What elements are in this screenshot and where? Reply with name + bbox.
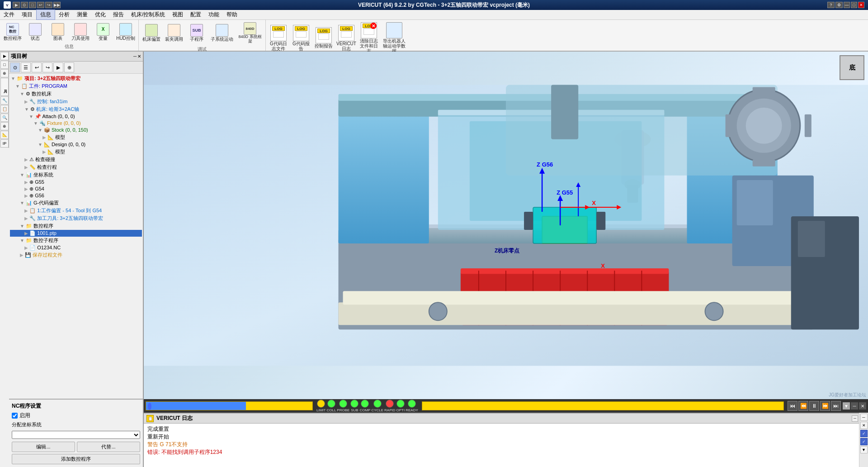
- tree-node-nc-sub[interactable]: ▼ 📁 数控子程序: [10, 237, 142, 244]
- quick-access-6[interactable]: ▶▶: [53, 2, 61, 8]
- probe-light[interactable]: PROBE: [337, 400, 349, 412]
- left-tool-7[interactable]: 🔍: [0, 114, 9, 122]
- tree-node-machine[interactable]: ▼ ⚙ 机床: 哈斯3+2AC轴: [10, 105, 142, 113]
- ctrl-report-btn[interactable]: LOG 控制报告: [313, 26, 335, 50]
- tree-node-control[interactable]: ▶ 🔧 控制: fan31im: [10, 98, 142, 105]
- clear-log-btn[interactable]: LOG ✕ 清除日志文件和日志: [358, 21, 380, 55]
- menu-view[interactable]: 视图: [169, 10, 187, 19]
- maximize-btn[interactable]: □: [851, 2, 857, 8]
- tree-node-tool-add[interactable]: ▶ 🔧 加工刀具: 3+2五轴四联动带宏: [10, 214, 142, 222]
- tree-tb-list[interactable]: ☰: [21, 62, 31, 72]
- tree-collapse-btn[interactable]: ─: [133, 54, 137, 59]
- log-right-2[interactable]: ✕: [860, 422, 868, 429]
- menu-file[interactable]: 文件: [0, 10, 18, 19]
- settings-btn[interactable]: ⚙: [835, 2, 843, 8]
- edit-btn[interactable]: 编辑...: [12, 442, 75, 452]
- tool-use-btn[interactable]: 刀具使用: [70, 21, 91, 43]
- enable-checkbox[interactable]: [12, 413, 18, 419]
- subprog-btn[interactable]: SUB 子程序: [186, 22, 208, 44]
- left-tool-8[interactable]: ⊕: [0, 122, 9, 130]
- tree-node-check-coll[interactable]: ▶ ⚠ 检查碰撞: [10, 156, 142, 163]
- left-tool-6[interactable]: 📋: [0, 105, 9, 113]
- menu-info[interactable]: 信息: [36, 10, 55, 20]
- quick-access-3[interactable]: □: [29, 2, 36, 8]
- vericut-log-btn[interactable]: LOG VERICUT日志: [335, 24, 357, 52]
- add-nc-program-btn[interactable]: 添加数控程序: [12, 454, 140, 464]
- left-tool-10[interactable]: IP: [0, 139, 9, 148]
- left-tool-3[interactable]: ⊕: [0, 69, 9, 77]
- export-robot-btn[interactable]: 导出机器人轴运动学数据: [381, 21, 408, 55]
- tree-node-stock[interactable]: ▼ 📦 Stock (0, 0, 150): [10, 127, 142, 133]
- menu-analysis[interactable]: 分析: [55, 10, 73, 19]
- log-right-1[interactable]: ─: [860, 414, 868, 421]
- tree-node-nc-o1234[interactable]: ▶ 📄 O1234.NC: [10, 244, 142, 251]
- log-right-4[interactable]: ✓: [860, 438, 868, 445]
- tree-node-fixture[interactable]: ▼ 🔩 Fixture (0, 0, 0): [10, 120, 142, 127]
- subsys-motion-btn[interactable]: 子系统运动: [208, 22, 236, 44]
- quick-access-1[interactable]: ▶: [13, 2, 20, 8]
- tree-node-stock-model[interactable]: ▶ 📐 模型: [10, 133, 142, 141]
- left-tool-4[interactable]: 刀具: [0, 78, 9, 96]
- right-icon-3[interactable]: ✕: [859, 402, 866, 410]
- close-btn[interactable]: ✕: [858, 2, 864, 8]
- tree-node-save-process[interactable]: ▶ 💾 保存过程文件: [10, 251, 142, 259]
- menu-measure[interactable]: 测量: [73, 10, 91, 19]
- tree-node-gcode-offset[interactable]: ▼ 📊 G-代码偏置: [10, 199, 142, 207]
- log-minimize[interactable]: ─: [852, 415, 858, 422]
- tree-tb-add[interactable]: ⊕: [64, 62, 74, 72]
- machine-home-btn[interactable]: 机床偏置: [141, 22, 162, 44]
- status-btn[interactable]: 状态: [24, 21, 46, 43]
- nc-program-btn[interactable]: NC数控 数控程序: [2, 21, 24, 43]
- limit-light[interactable]: LIMIT: [316, 400, 326, 412]
- tree-node-g54[interactable]: ▶ ⊕ G54: [10, 186, 142, 192]
- viewport-corner[interactable]: 底: [840, 55, 864, 80]
- left-tool-1[interactable]: ▶: [0, 52, 9, 60]
- g-report-btn[interactable]: LOG G代码报告: [290, 24, 312, 52]
- right-icon-1[interactable]: ▼: [843, 402, 850, 410]
- g-log-file-btn[interactable]: LOG G代码日志文件: [268, 24, 289, 52]
- tree-node-g55[interactable]: ▶ ⊕ G55: [10, 179, 142, 186]
- menu-project[interactable]: 项目: [18, 10, 36, 19]
- menu-optimize[interactable]: 优化: [91, 10, 109, 19]
- tree-tb-run[interactable]: ▶: [53, 62, 63, 72]
- rapid-light[interactable]: RAPID: [384, 400, 395, 412]
- help-btn[interactable]: ?: [827, 2, 835, 8]
- playback-progress-bar[interactable]: [422, 401, 784, 410]
- tree-node-g56[interactable]: ▶ ⊕ G56: [10, 192, 142, 199]
- pb-pause[interactable]: ⏸: [809, 401, 819, 411]
- quick-access-4[interactable]: ↩: [37, 2, 44, 8]
- quick-access-5[interactable]: ↪: [45, 2, 52, 8]
- tree-node-design[interactable]: ▼ 📐 Design (0, 0, 0): [10, 141, 142, 148]
- pb-skip-back[interactable]: ⏮: [788, 401, 797, 411]
- right-icon-2[interactable]: ─: [851, 402, 858, 410]
- minimize-btn[interactable]: —: [844, 2, 850, 8]
- tree-node-check-prog[interactable]: ▶ 📏 检查行程: [10, 163, 142, 171]
- tree-node-nc-1001[interactable]: ▶ 📄 1001.ptp: [10, 230, 142, 237]
- tree-node-cnc[interactable]: ▼ ⚙ 数控机床: [10, 90, 142, 98]
- pb-rewind[interactable]: ⏪: [798, 401, 808, 411]
- tree-node-workpiece[interactable]: ▼ 📋 工件: PROGRAM: [10, 82, 142, 90]
- menu-help[interactable]: 帮助: [223, 10, 241, 19]
- tree-node-coord-sys[interactable]: ▼ 📊 坐标系统: [10, 171, 142, 179]
- chart-btn[interactable]: 图表: [47, 21, 69, 43]
- tree-node-attach[interactable]: ▼ 📌 Attach (0, 0, 0): [10, 113, 142, 120]
- menu-function[interactable]: 功能: [205, 10, 223, 19]
- tree-node-design-model[interactable]: ▶ 📐 模型: [10, 148, 142, 156]
- tree-node-project[interactable]: ▼ 📁 项目: 3+2五轴四联动带宏: [10, 75, 142, 82]
- pb-play[interactable]: ⏩: [820, 401, 830, 411]
- left-tool-9[interactable]: 📐: [0, 131, 9, 139]
- 840d-btn[interactable]: 840D 840D 系统框架: [236, 21, 264, 45]
- tree-close-btn[interactable]: ✕: [137, 54, 141, 59]
- tree-tb-redo[interactable]: ↪: [42, 62, 52, 72]
- viewport-3d[interactable]: Z G56 Z G55 X X Z机床零点 底 JG爱好者加工论坛: [144, 52, 868, 399]
- left-tool-2[interactable]: □: [0, 61, 9, 69]
- menu-report[interactable]: 报告: [109, 10, 127, 19]
- menu-config[interactable]: 配置: [187, 10, 205, 19]
- log-right-5[interactable]: ▼: [860, 446, 868, 453]
- fixture-adj-btn[interactable]: 装夹调用: [163, 22, 185, 44]
- ready-light[interactable]: READY: [406, 400, 418, 412]
- cycle-light[interactable]: CYCLE: [371, 400, 383, 412]
- coll-light[interactable]: COLL: [326, 400, 336, 412]
- variable-btn[interactable]: X 变量: [92, 21, 114, 43]
- tree-node-work-offset[interactable]: ▶ 📋 1:工作偏置 - 54 - Tool 到 G54: [10, 207, 142, 214]
